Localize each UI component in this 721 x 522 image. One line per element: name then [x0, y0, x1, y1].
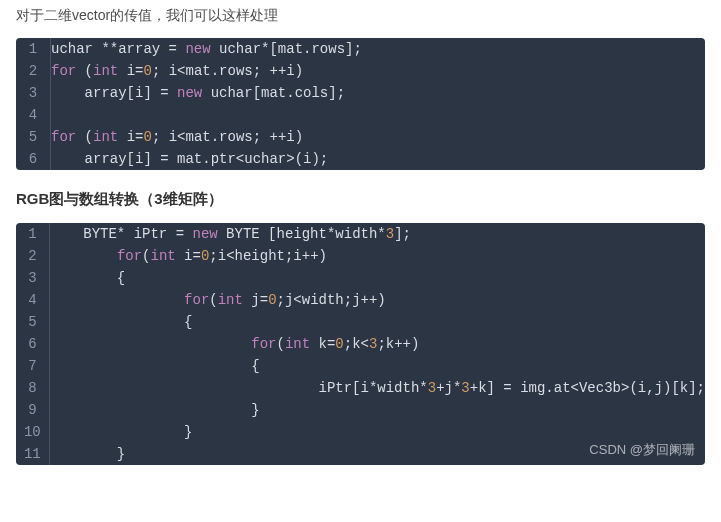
line-number: 9 [16, 399, 49, 421]
code-line: for(int k=0;k<3;k++) [50, 333, 705, 355]
code-block-1: 123456 uchar **array = new uchar*[mat.ro… [16, 38, 705, 170]
code-block-2: 1234567891011 BYTE* iPtr = new BYTE [hei… [16, 223, 705, 465]
line-number: 3 [16, 267, 49, 289]
line-number: 6 [16, 333, 49, 355]
article-body: 对于二维vector的传值，我们可以这样处理 123456 uchar **ar… [0, 0, 721, 465]
line-number: 10 [16, 421, 49, 443]
code-line: for (int i=0; i<mat.rows; ++i) [51, 60, 705, 82]
code2-content: BYTE* iPtr = new BYTE [height*width*3]; … [49, 223, 705, 465]
code-line: BYTE* iPtr = new BYTE [height*width*3]; [50, 223, 705, 245]
code-line: for(int i=0;i<height;i++) [50, 245, 705, 267]
code-line: { [50, 355, 705, 377]
code-line: } [50, 443, 705, 465]
code-line [51, 104, 705, 126]
line-number: 8 [16, 377, 49, 399]
code1-gutter: 123456 [16, 38, 51, 170]
line-number: 6 [16, 148, 50, 170]
line-number: 1 [16, 223, 49, 245]
line-number: 3 [16, 82, 50, 104]
code-line: } [50, 399, 705, 421]
line-number: 4 [16, 289, 49, 311]
line-number: 4 [16, 104, 50, 126]
code-line: { [50, 311, 705, 333]
code-line: { [50, 267, 705, 289]
line-number: 11 [16, 443, 49, 465]
code-line: array[i] = new uchar[mat.cols]; [51, 82, 705, 104]
section-heading: RGB图与数组转换（3维矩阵） [0, 170, 721, 223]
code-line: for (int i=0; i<mat.rows; ++i) [51, 126, 705, 148]
code2-gutter: 1234567891011 [16, 223, 49, 465]
line-number: 7 [16, 355, 49, 377]
line-number: 1 [16, 38, 50, 60]
code-line: iPtr[i*width*3+j*3+k] = img.at<Vec3b>(i,… [50, 377, 705, 399]
code-line: uchar **array = new uchar*[mat.rows]; [51, 38, 705, 60]
code-line: } [50, 421, 705, 443]
intro-paragraph: 对于二维vector的传值，我们可以这样处理 [0, 0, 721, 38]
line-number: 5 [16, 126, 50, 148]
code-line: for(int j=0;j<width;j++) [50, 289, 705, 311]
code1-content: uchar **array = new uchar*[mat.rows];for… [51, 38, 706, 170]
line-number: 2 [16, 245, 49, 267]
line-number: 2 [16, 60, 50, 82]
code-line: array[i] = mat.ptr<uchar>(i); [51, 148, 705, 170]
line-number: 5 [16, 311, 49, 333]
